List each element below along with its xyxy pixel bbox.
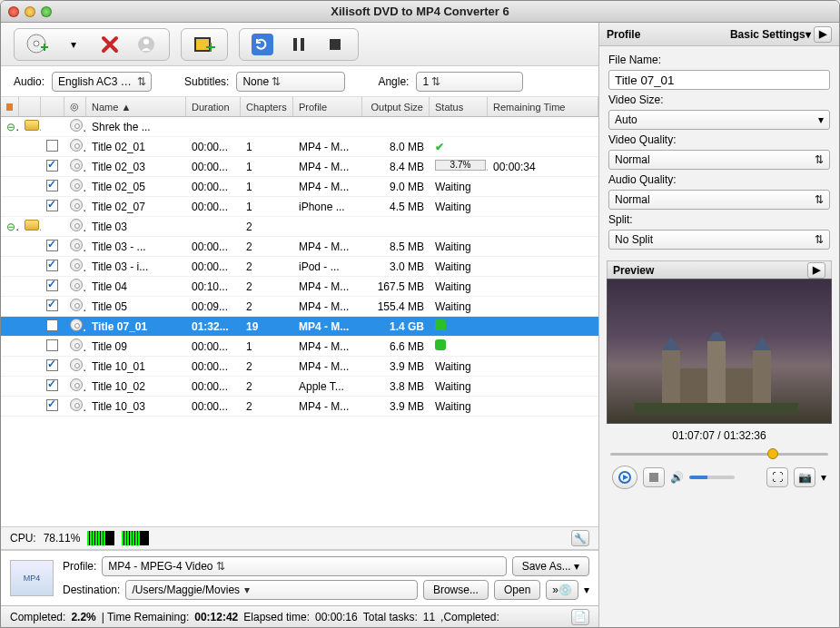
preview-time: 01:07:07 / 01:32:36	[607, 424, 832, 447]
checkbox[interactable]	[46, 180, 58, 191]
add-disc-button[interactable]	[22, 32, 53, 57]
table-row[interactable]: Title 0500:09...2MP4 - M...155.4 MBWaiti…	[1, 297, 598, 317]
pause-button[interactable]	[283, 32, 314, 57]
play-button[interactable]	[612, 466, 637, 489]
table-row[interactable]: ⊖Title 032	[1, 217, 598, 237]
checkbox[interactable]	[46, 160, 58, 172]
table-row[interactable]: Title 02_0500:00...1MP4 - M...9.0 MBWait…	[1, 177, 598, 197]
table-row[interactable]: Title 10_0100:00...2MP4 - M...3.9 MBWait…	[1, 357, 598, 377]
basic-settings-dropdown[interactable]: Basic Settings▾	[730, 28, 811, 41]
checkbox[interactable]	[46, 240, 58, 251]
table-row[interactable]: ⊖Shrek the ...	[1, 117, 598, 137]
stop-preview-button[interactable]	[643, 467, 665, 487]
angle-label: Angle:	[378, 75, 409, 88]
table-row[interactable]: Title 10_0200:00...2Apple T...3.8 MBWait…	[1, 377, 598, 397]
checkbox[interactable]	[46, 399, 58, 411]
checkbox[interactable]	[46, 260, 58, 271]
svg-point-5	[143, 39, 149, 44]
svg-rect-11	[293, 38, 297, 51]
preview-header: Preview	[613, 264, 654, 277]
stop-button[interactable]	[320, 32, 351, 57]
disc-icon	[70, 259, 83, 271]
col-duration[interactable]: Duration	[186, 97, 241, 116]
checkbox[interactable]	[46, 280, 58, 291]
videosize-select[interactable]: Auto▾	[608, 110, 830, 130]
open-button[interactable]: Open	[494, 580, 540, 600]
expand-icon[interactable]: ▶	[814, 26, 832, 43]
volume-slider[interactable]	[689, 476, 735, 479]
cpu-graph-icon	[87, 531, 114, 545]
col-profile[interactable]: Profile	[293, 97, 362, 116]
checkbox[interactable]	[46, 359, 58, 371]
volume-icon[interactable]: 🔊	[670, 471, 684, 484]
save-as-button[interactable]: Save As... ▾	[512, 556, 589, 576]
col-chapters[interactable]: Chapters	[241, 97, 293, 116]
table-row[interactable]: Title 0900:00...1MP4 - M...6.6 MB	[1, 337, 598, 357]
checkbox[interactable]	[46, 140, 58, 152]
disc-icon	[70, 219, 83, 231]
table-row[interactable]: Title 10_0300:00...2MP4 - M...3.9 MBWait…	[1, 397, 598, 417]
split-select[interactable]: No Split⇅	[608, 230, 830, 250]
disc-icon	[70, 119, 83, 132]
checkbox[interactable]	[46, 299, 58, 311]
table-row[interactable]: Title 03 - ...00:00...2MP4 - M...8.5 MBW…	[1, 237, 598, 257]
svg-rect-13	[330, 39, 341, 50]
filename-input[interactable]	[608, 70, 830, 90]
col-status[interactable]: Status	[430, 97, 488, 116]
file-table: ◎ Name ▲ Duration Chapters Profile Outpu…	[1, 97, 598, 526]
snapshot-button[interactable]: 📷	[794, 467, 815, 487]
disc-icon	[70, 279, 83, 291]
col-remaining[interactable]: Remaining Time	[488, 97, 598, 116]
fullscreen-button[interactable]: ⛶	[766, 467, 788, 487]
export-button[interactable]: »💿	[546, 580, 578, 600]
svg-marker-18	[753, 337, 771, 350]
profile-panel-header: Profile	[607, 28, 640, 41]
table-row[interactable]: Title 03 - i...00:00...2iPod - ...3.0 MB…	[1, 257, 598, 277]
table-row[interactable]: Title 0400:10...2MP4 - M...167.5 MBWaiti…	[1, 277, 598, 297]
convert-button[interactable]	[247, 32, 278, 57]
browse-button[interactable]: Browse...	[423, 580, 489, 600]
checkbox[interactable]	[46, 319, 58, 331]
checkbox[interactable]	[46, 339, 58, 351]
angle-select[interactable]: 1⇅	[416, 72, 523, 92]
subtitles-select[interactable]: None⇅	[236, 72, 345, 92]
col-name[interactable]: Name ▲	[86, 97, 186, 116]
disc-icon	[70, 139, 83, 152]
profile-thumb-icon: MP4	[10, 560, 54, 596]
dropdown-icon[interactable]: ▾	[584, 584, 589, 596]
disc-icon	[70, 398, 83, 411]
preview-slider[interactable]	[610, 447, 828, 460]
clip-button[interactable]	[189, 32, 220, 57]
log-button[interactable]: 📄	[571, 609, 589, 625]
table-row[interactable]: Title 07_0101:32...19MP4 - M...1.4 GB	[1, 317, 598, 337]
audio-label: Audio:	[14, 75, 44, 88]
table-row[interactable]: Title 02_0300:00...1MP4 - M...8.4 MB3.7%…	[1, 157, 598, 177]
settings-button[interactable]: 🔧	[571, 530, 589, 546]
table-row[interactable]: Title 02_0700:00...1iPhone ...4.5 MBWait…	[1, 197, 598, 217]
audio-select[interactable]: English AC3 6cl⇅	[52, 72, 152, 92]
table-row[interactable]: Title 02_0100:00...1MP4 - M...8.0 MB✔	[1, 137, 598, 157]
col-size[interactable]: Output Size	[362, 97, 430, 116]
disc-icon	[70, 339, 83, 351]
videoquality-select[interactable]: Normal⇅	[608, 150, 830, 170]
checkbox[interactable]	[46, 200, 58, 211]
destination-select[interactable]: /Users/Maggie/Movies▾	[125, 580, 418, 600]
disc-icon	[70, 179, 83, 191]
disc-icon	[70, 299, 83, 311]
disc-icon	[70, 239, 83, 251]
subtitles-label: Subtitles:	[184, 75, 229, 88]
audioquality-select[interactable]: Normal⇅	[608, 190, 830, 210]
profile-label: Profile:	[63, 560, 96, 573]
checkbox[interactable]	[46, 379, 58, 391]
disc-icon	[70, 378, 83, 391]
info-button[interactable]	[131, 32, 162, 57]
svg-rect-12	[301, 38, 304, 51]
dropdown-icon[interactable]: ▾	[58, 32, 89, 57]
dropdown-icon[interactable]: ▾	[821, 471, 826, 484]
preview-expand-icon[interactable]: ▶	[807, 262, 825, 279]
svg-rect-9	[210, 43, 212, 52]
profile-select[interactable]: MP4 - MPEG-4 Video⇅	[102, 556, 506, 576]
svg-marker-17	[662, 337, 680, 350]
delete-button[interactable]	[94, 32, 125, 57]
disc-icon	[70, 199, 83, 211]
